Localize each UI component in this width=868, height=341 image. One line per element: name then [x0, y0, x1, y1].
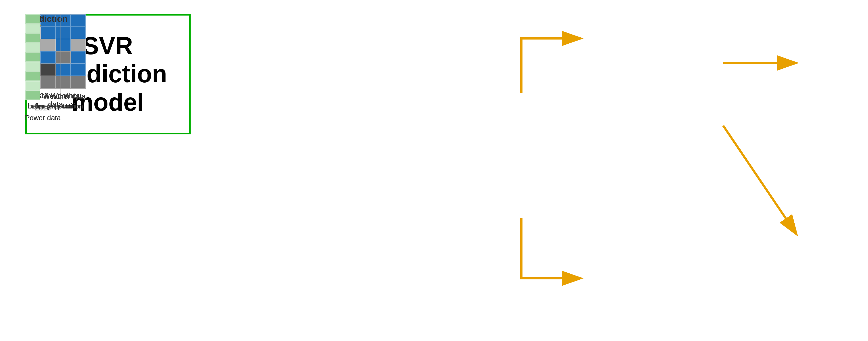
power-2017-label: 2017Power data: [25, 103, 61, 123]
canvas: 2016 Weatherdata ► Generaterandomlymissi…: [25, 14, 843, 328]
test-arrow-svg: [505, 205, 628, 328]
train-arrow-svg: [505, 28, 600, 109]
svr-to-2017-arrow: [715, 118, 830, 259]
diagram: 2016 Weatherdata ► Generaterandomlymissi…: [0, 0, 868, 341]
power-2017: 2017Power data: [25, 14, 61, 123]
